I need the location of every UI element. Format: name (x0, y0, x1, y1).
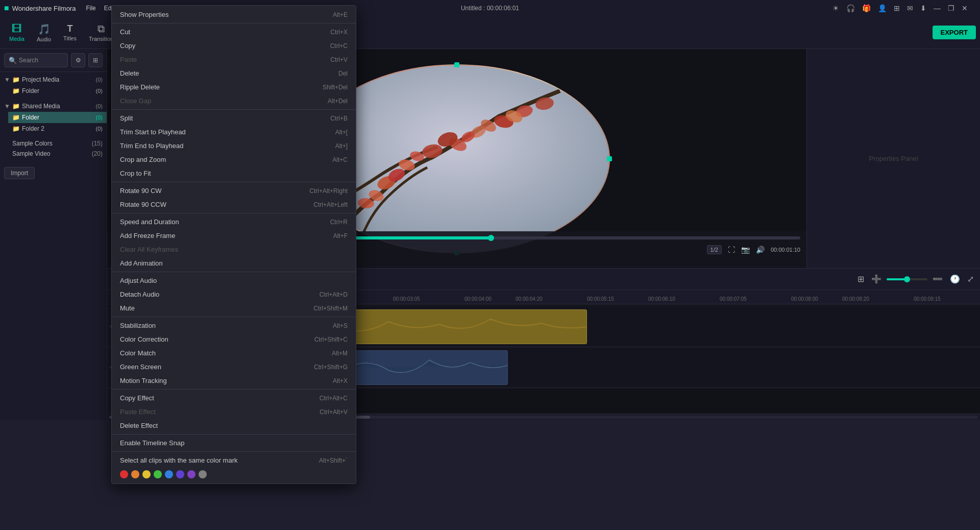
toolbar-titles[interactable]: T Titles (58, 20, 82, 44)
search-label: Search (19, 57, 38, 64)
ctx-clear-keyframes[interactable]: Clear All Keyframes (112, 243, 356, 256)
screenshot-icon[interactable]: 📷 (741, 246, 750, 254)
shared-media-sub: 📁 Folder (0) 📁 Folder 2 (0) (0, 112, 107, 134)
volume-icon[interactable]: 🔊 (756, 246, 765, 254)
project-folder-item[interactable]: 📁 Folder (0) (8, 85, 107, 97)
profile-icon[interactable]: 👤 (878, 4, 887, 12)
clock-icon[interactable]: 🕐 (948, 272, 962, 286)
swatch-blue[interactable] (165, 470, 173, 478)
ctx-cut[interactable]: Cut Ctrl+X (112, 25, 356, 39)
win-minimize[interactable]: — (934, 4, 941, 12)
transition-icon: ⧉ (97, 23, 105, 35)
grid-view-button[interactable]: ⊞ (88, 53, 103, 67)
swatch-red[interactable] (120, 470, 128, 478)
ctx-trim-start[interactable]: Trim Start to Playhead Alt+[ (112, 125, 356, 139)
ctx-mute[interactable]: Mute Ctrl+Shift+M (112, 301, 356, 315)
export-button[interactable]: EXPORT (933, 26, 976, 39)
zoom-handle[interactable] (904, 276, 910, 282)
zoom-fit-button[interactable]: ⊞ (855, 272, 866, 286)
ctx-trim-end[interactable]: Trim End to Playhead Alt+] (112, 139, 356, 153)
ctx-stabilization-label: Stabilization (120, 322, 156, 329)
ctx-color-match[interactable]: Color Match Alt+M (112, 346, 356, 360)
ctx-split[interactable]: Split Ctrl+B (112, 111, 356, 125)
ctx-color-correction[interactable]: Color Correction Ctrl+Shift+C (112, 332, 356, 346)
ruler-mark-10: 00:00:08:00 (791, 296, 818, 302)
ctx-motion-tracking[interactable]: Motion Tracking Alt+X (112, 374, 356, 388)
sample-colors-item[interactable]: Sample Colors (15) (0, 138, 107, 149)
download-icon[interactable]: ⬇ (920, 4, 926, 12)
ctx-delete-label: Delete (120, 69, 139, 77)
expand-timeline-button[interactable]: ⤢ (965, 272, 976, 286)
ctx-crop-fit[interactable]: Crop to Fit (112, 166, 356, 180)
ctx-crop-zoom[interactable]: Crop and Zoom Alt+C (112, 153, 356, 166)
ctx-delete[interactable]: Delete Del (112, 66, 356, 80)
zoom-in-button[interactable]: ➕ (869, 272, 884, 286)
ctx-speed-duration[interactable]: Speed and Duration Ctrl+R (112, 215, 356, 229)
toolbar-audio-label: Audio (37, 36, 51, 42)
ctx-delete-effect[interactable]: Delete Effect (112, 419, 356, 432)
ctx-close-gap[interactable]: Close Gap Alt+Del (112, 94, 356, 108)
quality-selector[interactable]: 1/2 (707, 245, 722, 254)
gift-icon[interactable]: 🎁 (862, 4, 871, 12)
fullscreen-icon[interactable]: ⛶ (728, 246, 735, 254)
swatch-yellow[interactable] (142, 470, 151, 478)
swatch-purple[interactable] (187, 470, 195, 478)
zoom-slider[interactable] (887, 278, 927, 280)
menu-file[interactable]: File (86, 5, 95, 12)
win-restore[interactable]: ❐ (948, 4, 954, 12)
ctx-freeze-frame[interactable]: Add Freeze Frame Alt+F (112, 229, 356, 243)
shared-folder2-item[interactable]: 📁 Folder 2 (0) (8, 123, 107, 134)
zoom-out-button[interactable]: ➖ (930, 272, 945, 286)
ctx-stabilization[interactable]: Stabilization Alt+S (112, 319, 356, 332)
toolbar-media[interactable]: 🎞 Media (4, 20, 30, 45)
sample-video-item[interactable]: Sample Video (20) (0, 149, 107, 159)
message-icon[interactable]: ✉ (907, 4, 913, 12)
notification-icon[interactable]: ☀ (832, 4, 839, 12)
swatch-indigo[interactable] (176, 470, 184, 478)
ctx-detach-audio[interactable]: Detach Audio Ctrl+Alt+D (112, 287, 356, 301)
ctx-enable-snap[interactable]: Enable Timeline Snap (112, 436, 356, 450)
shared-media-item[interactable]: ▼ 📁 Shared Media (0) (0, 101, 107, 112)
ctx-copy-effect[interactable]: Copy Effect Ctrl+Alt+C (112, 391, 356, 405)
win-close[interactable]: ✕ (962, 4, 968, 12)
maximize2-icon[interactable]: ⊞ (894, 4, 900, 12)
ctx-paste[interactable]: Paste Ctrl+V (112, 53, 356, 66)
ctx-rotate-cw-label: Rotate 90 CW (120, 187, 162, 195)
swatch-gray[interactable] (199, 470, 207, 478)
shared-folder-highlighted[interactable]: 📁 Folder (0) (8, 112, 107, 123)
headset-icon[interactable]: 🎧 (846, 4, 855, 12)
ctx-green-screen[interactable]: Green Screen Ctrl+Shift+G (112, 360, 356, 374)
ctx-copy[interactable]: Copy Ctrl+C (112, 39, 356, 53)
ctx-select-color-mark[interactable]: Select all clips with the same color mar… (112, 453, 356, 467)
swatch-green[interactable] (154, 470, 162, 478)
ctx-green-screen-shortcut: Ctrl+Shift+G (293, 364, 348, 371)
ctx-rotate-cw[interactable]: Rotate 90 CW Ctrl+Alt+Right (112, 184, 356, 198)
ctx-color-match-shortcut: Alt+M (311, 350, 348, 357)
progress-handle[interactable] (488, 235, 494, 241)
filter-button[interactable]: ⚙ (71, 53, 85, 67)
clip-video-2b[interactable] (347, 350, 508, 385)
audio-icon: 🎵 (38, 23, 51, 35)
swatch-orange[interactable] (131, 470, 139, 478)
ctx-show-properties-shortcut: Alt+E (312, 11, 348, 18)
ctx-sep-8 (112, 434, 356, 435)
ctx-show-properties[interactable]: Show Properties Alt+E (112, 8, 356, 21)
ctx-adjust-audio[interactable]: Adjust Audio (112, 274, 356, 287)
ctx-split-shortcut: Ctrl+B (310, 115, 348, 122)
titles-icon: T (67, 23, 73, 34)
shared-media-label: Shared Media (22, 103, 60, 110)
ctx-paste-effect[interactable]: Paste Effect Ctrl+Alt+V (112, 405, 356, 419)
shared-media-section: ▼ 📁 Shared Media (0) 📁 Folder (0) 📁 Fold… (0, 99, 107, 136)
ctx-sep-9 (112, 451, 356, 452)
filter-icon: ⚙ (76, 57, 81, 64)
sample-section: Sample Colors (15) Sample Video (20) (0, 136, 107, 161)
import-button[interactable]: Import (4, 167, 35, 179)
ctx-ripple-delete[interactable]: Ripple Delete Shift+Del (112, 80, 356, 94)
ctx-color-correction-label: Color Correction (120, 335, 168, 343)
ctx-rotate-ccw[interactable]: Rotate 90 CCW Ctrl+Alt+Left (112, 198, 356, 211)
ctx-add-animation[interactable]: Add Animation (112, 256, 356, 270)
toolbar-audio[interactable]: 🎵 Audio (32, 20, 56, 45)
ctx-select-color-mark-shortcut: Alt+Shift+` (299, 457, 348, 464)
project-media-item[interactable]: ▼ 📁 Project Media (0) (0, 74, 107, 85)
search-box[interactable]: 🔍 Search (4, 53, 68, 67)
